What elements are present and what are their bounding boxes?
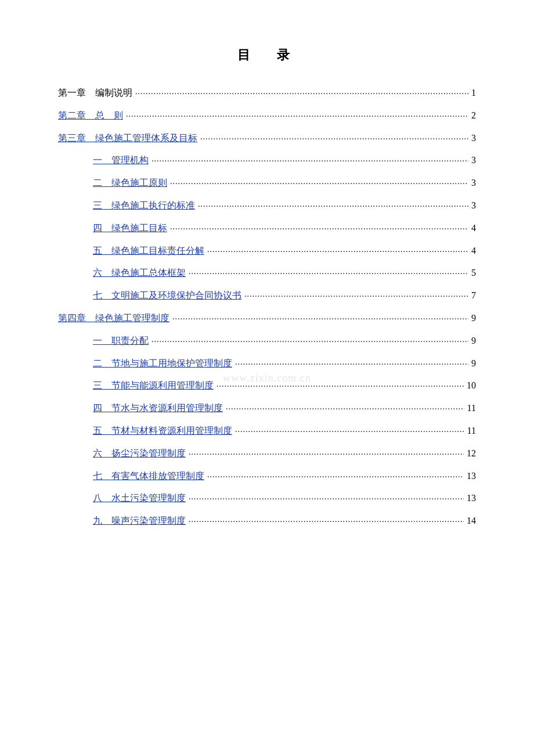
toc-page-number: 4 [471, 220, 476, 237]
toc-chapter-label: 四 绿色施工目标 [93, 220, 167, 237]
toc-item-s3-3[interactable]: 三 绿色施工执行的标准3 [58, 197, 476, 214]
toc-item-s4-6[interactable]: 六 扬尘污染管理制度12 [58, 445, 476, 462]
toc-item-s3-1[interactable]: 一 管理机构3 [58, 152, 476, 169]
toc-item-ch4[interactable]: 第四章 绿色施工管理制度9 [58, 310, 476, 327]
dot-leader [244, 286, 468, 303]
dot-leader [170, 173, 468, 190]
toc-page-number: 3 [471, 197, 476, 214]
toc-chapter-label: 一 管理机构 [93, 152, 149, 169]
dot-leader [170, 218, 468, 235]
toc-page-number: 5 [471, 265, 476, 282]
toc-chapter-label: 七 文明施工及环境保护合同协议书 [93, 287, 241, 304]
toc-page-number: 10 [467, 377, 476, 394]
dot-leader [207, 241, 468, 258]
dot-leader [189, 263, 468, 280]
toc-chapter-label: 三 绿色施工执行的标准 [93, 197, 195, 214]
toc-page-number: 13 [467, 490, 476, 507]
toc-chapter-label: 八 水土污染管理制度 [93, 490, 186, 507]
dot-leader [226, 398, 464, 415]
dot-leader [126, 106, 468, 123]
toc-page-number: 9 [471, 355, 476, 372]
dot-leader [189, 444, 464, 460]
toc-container: 第一章 编制说明1第二章 总 则2第三章 绿色施工管理体系及目标3一 管理机构3… [58, 85, 476, 530]
dot-leader [151, 331, 468, 348]
dot-leader [135, 83, 468, 100]
toc-chapter-label: 七 有害气体排放管理制度 [93, 468, 204, 485]
dot-leader [172, 308, 468, 325]
toc-item-s4-2[interactable]: 二 节地与施工用地保护管理制度9 [58, 355, 476, 372]
toc-page-number: 3 [471, 175, 476, 192]
document-page: www.zixin.com.cn 目 录 第一章 编制说明1第二章 总 则2第三… [0, 0, 534, 756]
toc-item-s3-2[interactable]: 二 绿色施工原则3 [58, 175, 476, 192]
toc-page-number: 12 [467, 445, 476, 462]
toc-page-number: 11 [467, 400, 476, 417]
toc-chapter-label: 五 绿色施工目标责任分解 [93, 243, 204, 260]
toc-title: 目 录 [58, 46, 476, 64]
toc-chapter-label: 第四章 绿色施工管理制度 [58, 310, 169, 327]
toc-chapter-label: 第三章 绿色施工管理体系及目标 [58, 130, 197, 147]
toc-item-s4-5[interactable]: 五 节材与材料资源利用管理制度11 [58, 423, 476, 440]
toc-page-number: 14 [467, 513, 476, 530]
toc-item-s3-6[interactable]: 六 绿色施工总体框架5 [58, 265, 476, 282]
dot-leader [189, 488, 464, 505]
toc-chapter-label: 三 节能与能源利用管理制度 [93, 377, 214, 394]
toc-item-s4-7[interactable]: 七 有害气体排放管理制度13 [58, 468, 476, 485]
dot-leader [189, 511, 464, 528]
toc-item-ch1: 第一章 编制说明1 [58, 85, 476, 102]
toc-chapter-label: 二 绿色施工原则 [93, 175, 167, 192]
toc-item-s4-4[interactable]: 四 节水与水资源利用管理制度11 [58, 400, 476, 417]
toc-item-s4-8[interactable]: 八 水土污染管理制度13 [58, 490, 476, 507]
toc-page-number: 11 [467, 423, 476, 440]
dot-leader [151, 150, 468, 167]
toc-chapter-label: 九 噪声污染管理制度 [93, 513, 186, 530]
toc-item-ch3[interactable]: 第三章 绿色施工管理体系及目标3 [58, 130, 476, 147]
dot-leader [235, 421, 464, 438]
toc-chapter-label: 四 节水与水资源利用管理制度 [93, 400, 223, 417]
toc-chapter-label: 第一章 编制说明 [58, 85, 132, 102]
toc-item-s3-5[interactable]: 五 绿色施工目标责任分解4 [58, 243, 476, 260]
toc-chapter-label: 六 绿色施工总体框架 [93, 265, 186, 282]
toc-page-number: 7 [471, 287, 476, 304]
toc-chapter-label: 一 职责分配 [93, 333, 149, 350]
toc-chapter-label: 第二章 总 则 [58, 107, 123, 124]
dot-leader [235, 354, 468, 370]
dot-leader [217, 376, 464, 393]
dot-leader [200, 128, 468, 145]
toc-item-s4-3[interactable]: 三 节能与能源利用管理制度10 [58, 377, 476, 394]
toc-page-number: 9 [471, 310, 476, 327]
dot-leader [207, 466, 464, 483]
toc-page-number: 4 [471, 243, 476, 260]
toc-item-s3-4[interactable]: 四 绿色施工目标4 [58, 220, 476, 237]
toc-page-number: 9 [471, 333, 476, 350]
toc-chapter-label: 五 节材与材料资源利用管理制度 [93, 423, 232, 440]
dot-leader [198, 196, 468, 213]
toc-item-s4-9[interactable]: 九 噪声污染管理制度14 [58, 513, 476, 530]
toc-page-number: 3 [471, 130, 476, 147]
toc-page-number: 2 [471, 107, 476, 124]
toc-chapter-label: 六 扬尘污染管理制度 [93, 445, 186, 462]
toc-item-s4-1[interactable]: 一 职责分配9 [58, 333, 476, 350]
toc-page-number: 3 [471, 152, 476, 169]
toc-chapter-label: 二 节地与施工用地保护管理制度 [93, 355, 232, 372]
toc-item-s3-7[interactable]: 七 文明施工及环境保护合同协议书7 [58, 287, 476, 304]
toc-page-number: 1 [471, 85, 476, 102]
toc-page-number: 13 [467, 468, 476, 485]
toc-item-ch2[interactable]: 第二章 总 则2 [58, 107, 476, 124]
